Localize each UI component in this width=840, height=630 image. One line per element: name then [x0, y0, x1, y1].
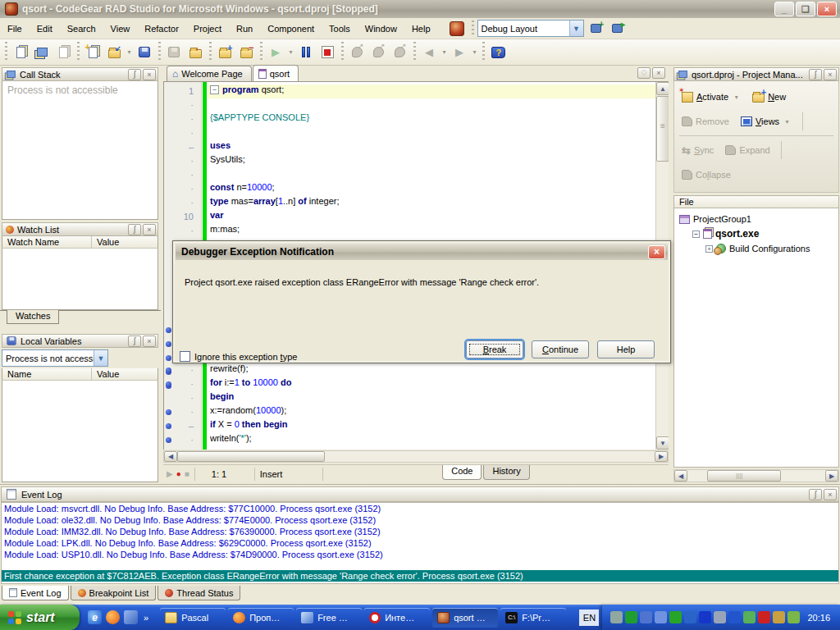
desktop-layout-combo[interactable]: Debug Layout ▼	[477, 20, 584, 37]
code-line[interactable]: · for i:=1 to 10000 do	[164, 377, 655, 391]
continue-button[interactable]: Continue	[532, 340, 589, 358]
tab-code[interactable]: Code	[442, 465, 482, 480]
back-button[interactable]: ◀	[419, 43, 439, 62]
event-log-entry[interactable]: Module Load: msvcrt.dll. No Debug Info. …	[2, 503, 838, 514]
open-file-icon-dropdown[interactable]: ▾	[125, 43, 134, 62]
breakpoint-dot[interactable]	[166, 355, 171, 361]
tray-play[interactable]	[699, 611, 711, 623]
checkbox-box[interactable]	[180, 351, 190, 362]
scroll-up-icon[interactable]: ▲	[656, 82, 669, 95]
tray-grid[interactable]	[625, 611, 637, 623]
code-line[interactable]: ·begin	[164, 391, 655, 405]
breakpoint-dot[interactable]	[166, 409, 171, 415]
close-icon[interactable]: ×	[143, 69, 156, 80]
menu-view[interactable]: View	[103, 21, 138, 37]
editor-horizontal-scrollbar[interactable]: ◀ ▶	[163, 450, 669, 463]
breakpoint-dot[interactable]	[166, 437, 171, 443]
menu-search[interactable]: Search	[60, 21, 103, 37]
code-line[interactable]: ·type mas=array[1..n] of integer;	[164, 196, 655, 210]
forward-button[interactable]: ▶	[450, 43, 469, 62]
menu-project[interactable]: Project	[186, 21, 229, 37]
tray-red-x[interactable]	[758, 611, 770, 623]
code-line[interactable]: ·	[164, 98, 655, 112]
menu-file[interactable]: File	[0, 21, 30, 37]
close-icon[interactable]: ×	[824, 489, 837, 500]
code-line[interactable]: ·	[164, 168, 655, 182]
views-button[interactable]: Views▾	[735, 108, 797, 135]
tray-network-1[interactable]	[640, 611, 652, 623]
column-name[interactable]: Name	[2, 368, 91, 380]
close-button[interactable]: ×	[817, 2, 837, 16]
back-button-dropdown[interactable]: ▾	[440, 43, 449, 62]
break-button[interactable]: Break	[466, 340, 523, 358]
taskbar-button-[interactable]: Инте…	[364, 608, 430, 628]
scroll-left-icon[interactable]: ◀	[674, 470, 687, 482]
code-line[interactable]: · rewrite(f);	[164, 363, 655, 377]
menu-run[interactable]: Run	[229, 21, 260, 37]
scroll-left-icon[interactable]: ◀	[164, 451, 177, 462]
pin-icon[interactable]: ʃ	[809, 489, 822, 500]
chevron-down-icon[interactable]: ▼	[569, 21, 583, 36]
tray-network-2[interactable]	[655, 611, 667, 623]
breakpoint-dot[interactable]	[166, 423, 171, 429]
breakpoint-dot[interactable]	[166, 341, 171, 347]
menu-tools[interactable]: Tools	[322, 21, 358, 37]
menu-component[interactable]: Component	[260, 21, 322, 37]
close-icon[interactable]: ×	[143, 224, 156, 235]
window-list-icon[interactable]	[32, 43, 52, 62]
tray-speaker[interactable]	[714, 611, 726, 623]
language-indicator[interactable]: EN	[579, 609, 599, 626]
taskbar-button-[interactable]: Проп…	[228, 608, 294, 628]
help-icon[interactable]	[488, 43, 508, 62]
tab-thread-status[interactable]: Thread Status	[158, 586, 240, 600]
taskbar-button-qsort[interactable]: qsort …	[432, 608, 498, 628]
tab-qsort[interactable]: qsort	[253, 65, 299, 81]
taskbar-button-pascal[interactable]: Pascal	[160, 608, 226, 628]
save-desktop-icon[interactable]	[587, 21, 605, 37]
tray-shield[interactable]	[743, 611, 756, 623]
code-line[interactable]: 1−program qsort;	[164, 84, 655, 98]
event-log-exception-entry[interactable]: First chance exception at $7C812AEB. Exc…	[2, 570, 838, 582]
open-project-icon[interactable]	[185, 43, 205, 62]
views-dropdown[interactable]: ▾	[783, 112, 792, 131]
new-file-icon[interactable]	[83, 43, 103, 62]
column-value[interactable]: Value	[91, 368, 124, 380]
ignore-exception-checkbox[interactable]: Ignore this exception type	[180, 351, 297, 362]
activate-button[interactable]: Activate▾	[676, 84, 746, 110]
tree-item-build-configurations[interactable]: +Build Configurations	[674, 241, 838, 256]
page-disabled-icon[interactable]	[53, 43, 73, 62]
code-block-top[interactable]: 1−program qsort;··{$APPTYPE CONSOLE}·–us…	[164, 84, 655, 238]
breakpoint-dot[interactable]	[166, 327, 171, 333]
tray-wand[interactable]	[773, 611, 785, 623]
pin-icon[interactable]: ʃ	[128, 224, 141, 235]
tree-item-projectgroup1[interactable]: ProjectGroup1	[674, 212, 838, 226]
menu-refactor[interactable]: Refactor	[137, 21, 186, 37]
view-selector-icon[interactable]: ♡	[637, 67, 651, 79]
save-all-icon[interactable]	[164, 43, 184, 62]
scroll-down-icon[interactable]: ▼	[656, 436, 669, 450]
restore-button[interactable]: ❏	[796, 2, 815, 16]
set-debug-desktop-icon[interactable]	[609, 21, 627, 37]
pin-icon[interactable]: ʃ	[128, 336, 141, 347]
menu-window[interactable]: Window	[358, 21, 404, 37]
close-icon[interactable]: ×	[143, 336, 156, 347]
quick-launch-overflow-chevron[interactable]: »	[142, 613, 148, 623]
taskbar-button-fpr[interactable]: C:\F:\Pr…	[500, 608, 566, 628]
firefox-icon[interactable]	[106, 610, 120, 624]
tab-event-log[interactable]: Event Log	[2, 586, 69, 600]
breakpoint-dot[interactable]	[166, 368, 171, 373]
pause-button[interactable]	[296, 43, 316, 62]
code-line[interactable]: · x:=random(10000);	[164, 405, 655, 419]
run-to-cursor-icon[interactable]	[390, 43, 409, 62]
scrollbar-thumb[interactable]	[177, 451, 325, 462]
run-button-dropdown[interactable]: ▾	[286, 43, 295, 62]
scroll-right-icon[interactable]: ▶	[655, 451, 668, 462]
new-items-icon[interactable]	[11, 43, 30, 62]
code-line[interactable]: ·const n=10000;	[164, 182, 655, 196]
event-log-body[interactable]: Module Load: msvcrt.dll. No Debug Info. …	[1, 502, 839, 584]
code-line[interactable]: – if X = 0 then begin	[164, 419, 655, 433]
trace-into-icon[interactable]	[347, 43, 367, 62]
tray-nvidia[interactable]	[788, 611, 800, 623]
remove-file-icon[interactable]	[236, 43, 256, 62]
macro-play-icon[interactable]: ▶	[167, 469, 173, 478]
